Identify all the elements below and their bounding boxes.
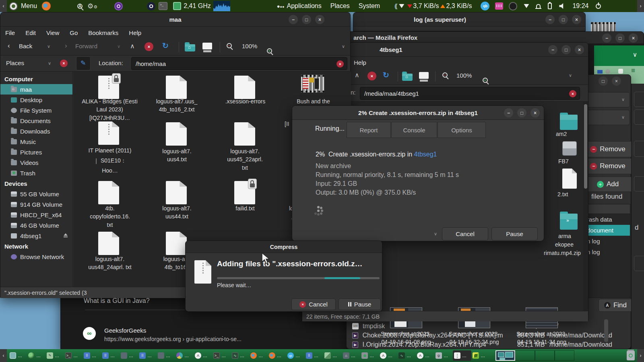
search-option-dropdown[interactable]: ∨ [583,110,630,125]
close-icon[interactable]: × [575,45,584,54]
taskbar-button-firefox[interactable]: … [249,350,268,361]
tab-options[interactable]: Options [438,122,486,138]
add-button[interactable]: + Add [583,177,632,192]
firefox-icon[interactable] [42,2,51,10]
minimize-icon[interactable]: − [602,33,611,43]
home-icon[interactable]: ⌂ [402,74,413,81]
clock[interactable]: 19:24 [572,0,588,12]
stop-icon[interactable]: × [367,72,376,80]
sidebar-item-pictures[interactable]: Pictures [0,147,72,157]
file-icon[interactable] [166,181,187,204]
file-label[interactable]: Bush and the [288,97,339,105]
button[interactable] [634,141,644,157]
taskbar-expand-icon[interactable]: › [637,349,644,362]
computer-icon[interactable] [419,72,429,79]
button[interactable] [634,256,644,271]
clear-location-icon[interactable]: × [569,90,576,97]
computer-icon[interactable] [202,43,212,49]
close-icon[interactable]: × [612,76,621,86]
target-link[interactable]: 4tbseg1 [414,151,437,158]
mate-menu-icon[interactable] [9,2,18,10]
forward-dropdown-icon[interactable]: ∨ [117,44,120,49]
menu-help[interactable]: Help [354,59,366,66]
menu-view[interactable]: View [46,29,59,36]
media-tray-icon[interactable] [495,2,503,10]
file-icon[interactable] [234,122,255,146]
taskbar-button-grid[interactable]: ⠿… [83,350,101,361]
search-option-dropdown[interactable]: ∨ [583,92,630,107]
close-icon[interactable]: × [530,108,540,117]
terminal-icon[interactable]: >_ [159,2,167,10]
scrollbar-thumb[interactable] [584,104,587,189]
cancel-button[interactable]: × Cancel [291,298,336,310]
taskbar-button-grid[interactable]: ⠿… [101,350,120,361]
taskbar-button-zip-active[interactable]: … [453,350,471,361]
find-button[interactable]: A Find [599,299,632,312]
file-icon[interactable] [98,181,119,204]
sidebar-item-maa[interactable]: ⌂maa [0,84,72,95]
kebab-menu-icon[interactable]: ⋮ [220,335,225,341]
edit-location-button[interactable]: ✎ [76,56,91,70]
taskbar-button-text-editor[interactable]: ✎… [45,350,64,361]
workspace-3[interactable] [535,350,555,361]
reload-icon[interactable]: ↻ [383,70,389,80]
menu-help[interactable]: Help [129,29,141,36]
stop-icon[interactable]: × [144,42,153,51]
file-label[interactable]: .xsession-errors [218,97,272,105]
zip-file-icon[interactable] [98,121,119,145]
pause-button[interactable]: Pause [491,227,538,241]
file-label[interactable]: Screenshot at 2023-04-19 16-32-24.png [446,330,502,346]
net-download-speed[interactable]: 3,7 KiB/s [413,0,439,12]
workspace-2[interactable] [515,350,535,361]
file-label[interactable]: ALIKA - Bridges (Eesti Laul 2023) [IQ27J… [76,97,143,122]
sidebar-item-downloads[interactable]: Downloads [0,126,72,136]
clear-location-icon[interactable]: × [336,60,344,68]
location-input[interactable]: /media/maa/4tbseg1 × [360,87,580,100]
sidebar-item-music[interactable]: Music [0,136,72,147]
volume-icon[interactable] [559,3,565,9]
log-window-titlebar[interactable]: log (as superuser) − □ × [353,12,585,27]
zoom-out-icon[interactable]: − [227,43,232,48]
chevron-down-icon[interactable]: ∨ [342,44,345,49]
hamburger-menu-icon[interactable]: ≡ [631,67,635,75]
search-result-heading[interactable]: What is a GUI in Java? [84,297,150,304]
taskbar-button-search[interactable]: A… [416,350,434,361]
close-icon[interactable]: × [572,15,581,24]
wifi-signal-icon[interactable] [399,4,404,8]
result-site-name[interactable]: GeeksforGeeks [104,327,146,334]
sidebar-item-videos[interactable]: Videos [0,157,72,168]
qbittorrent-tray-icon[interactable]: qb [481,2,489,10]
taskbar-button-terminal[interactable]: >_… [64,350,83,361]
zoom-in-icon[interactable]: + [483,78,488,83]
menu-button[interactable]: Menu [21,0,37,12]
video-thumbnail[interactable] [301,75,324,93]
taskbar-button-squares[interactable]: … [323,350,342,361]
cpu-frequency[interactable]: 2,41 GHz [184,0,211,12]
notifications-icon[interactable] [536,4,541,8]
minimize-icon[interactable]: − [548,45,557,54]
sidebar-item-trash[interactable]: Trash [0,168,72,178]
puzzle-icon[interactable] [618,69,623,74]
opera-icon[interactable]: O [147,2,155,10]
taskbar-button-pie-chart[interactable]: … [175,350,194,361]
file-label[interactable]: IT Planeet (2011) ｜ S01E10：Hoo… [88,146,132,176]
sidebar-item-914gb[interactable]: 914 GB Volume [0,199,72,210]
taskbar-button-leafpad[interactable]: … [471,350,490,361]
pause-button[interactable]: Pause [339,298,381,310]
sidebar-item-desktop[interactable]: Desktop [0,95,72,105]
taskbar-button-grid[interactable]: ⠿… [305,350,323,361]
details-chevron-icon[interactable]: ∨ [434,231,437,237]
file-icon[interactable] [166,76,187,99]
workspace-1-active[interactable] [495,350,515,361]
trash-applet-icon[interactable] [627,351,635,360]
button[interactable] [634,176,644,191]
minimize-icon[interactable]: − [289,15,298,24]
file-label[interactable]: loguus-alt7. uus44.txt [158,204,196,221]
file-label[interactable]: loguus-alt7. uus4.txt [158,147,196,164]
cpu-graph[interactable] [213,1,230,11]
taskbar-button-usb[interactable]: ψ… [434,350,453,361]
menu-file[interactable]: File [5,29,15,36]
zoom-in-icon[interactable]: + [267,48,272,53]
file-label[interactable]: loguus-alt7.uus_ 4tb_to16_2.txt [147,97,207,114]
compress-titlebar[interactable]: Compress [186,241,382,253]
